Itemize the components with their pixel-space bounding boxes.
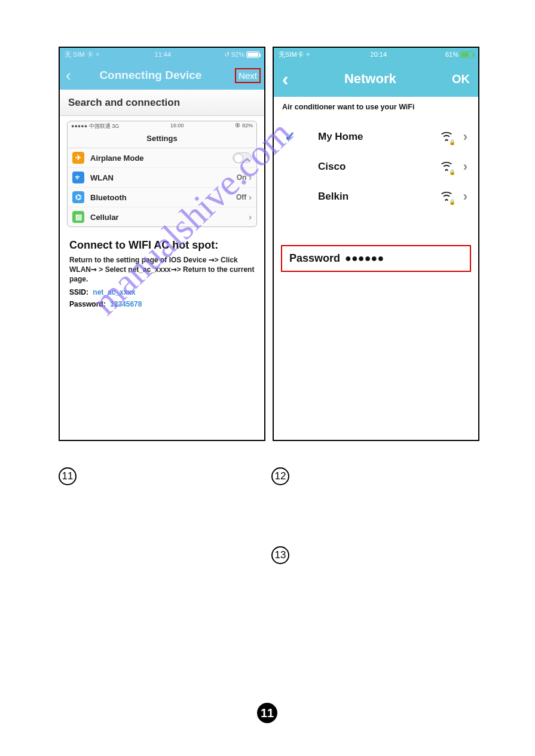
page-number: 11 bbox=[257, 703, 277, 723]
airplane-icon: ✈ bbox=[72, 152, 84, 164]
hotspot-heading: Connect to WIFI AC hot spot: bbox=[69, 239, 255, 252]
status-carrier: 无 SIM 卡 ᯤ bbox=[65, 50, 102, 59]
password-line: Password: 12345678 bbox=[69, 300, 255, 308]
nav-bar: ‹ Network OK bbox=[274, 61, 478, 97]
wifi-lock-icon: 🔒 bbox=[441, 190, 453, 203]
chevron-right-icon: › bbox=[249, 192, 252, 202]
inner-status-bar: ●●●●● 中国联通 3G 16:00 ⦿ 82% bbox=[68, 121, 256, 131]
subtitle: Air conditioner want to use your WiFi bbox=[274, 97, 478, 122]
check-icon: ✓ bbox=[285, 129, 302, 145]
status-battery: ↺ 92% bbox=[224, 51, 259, 59]
wifi-row-myhome[interactable]: ✓ My Home 🔒 › bbox=[274, 122, 478, 152]
status-battery: 61% bbox=[445, 51, 473, 59]
next-button[interactable]: Next bbox=[235, 68, 261, 83]
status-carrier: 无SIM卡 ᯤ bbox=[279, 50, 312, 59]
ios-settings-preview: ●●●●● 中国联通 3G 16:00 ⦿ 82% Settings ✈ Air… bbox=[67, 121, 257, 227]
step-label-12: 12 bbox=[271, 467, 289, 485]
settings-row-airplane[interactable]: ✈ Airplane Mode bbox=[68, 148, 256, 168]
nav-bar: ‹ Connecting Device Next bbox=[60, 61, 264, 90]
wifi-row-belkin[interactable]: Belkin 🔒 › bbox=[274, 182, 478, 212]
password-input[interactable]: Password ●●●●●● bbox=[281, 245, 471, 272]
chevron-right-icon: › bbox=[463, 129, 467, 145]
wifi-row-cisco[interactable]: Cisco 🔒 › bbox=[274, 152, 478, 182]
settings-row-bluetooth[interactable]: ⌬ Bluetooth Off› bbox=[68, 188, 256, 207]
nav-title: Connecting Device bbox=[66, 69, 235, 82]
instructions-block: Connect to WIFI AC hot spot: Return to t… bbox=[60, 227, 264, 314]
ssid-line: SSID: net_ac_xxxx bbox=[69, 288, 255, 296]
wifi-lock-icon: 🔒 bbox=[441, 130, 453, 143]
status-bar: 无SIM卡 ᯤ 20:14 61% bbox=[274, 48, 478, 61]
settings-row-cellular[interactable]: ▤ Cellular › bbox=[68, 207, 256, 227]
airplane-switch[interactable] bbox=[233, 152, 252, 163]
password-label: Password bbox=[289, 252, 340, 265]
back-icon[interactable]: ‹ bbox=[282, 68, 289, 90]
status-time: 11:44 bbox=[155, 51, 172, 58]
status-bar: 无 SIM 卡 ᯤ 11:44 ↺ 92% bbox=[60, 48, 264, 61]
phone-right: 无SIM卡 ᯤ 20:14 61% ‹ Network OK Air condi… bbox=[273, 47, 479, 441]
chevron-right-icon: › bbox=[463, 189, 467, 204]
chevron-right-icon: › bbox=[249, 212, 252, 222]
inner-settings-title: Settings bbox=[68, 131, 256, 148]
status-time: 20:14 bbox=[371, 51, 387, 58]
bluetooth-icon: ⌬ bbox=[72, 191, 84, 203]
cellular-icon: ▤ bbox=[72, 211, 84, 223]
ok-button[interactable]: OK bbox=[452, 72, 470, 86]
step-label-13: 13 bbox=[271, 546, 289, 564]
search-connection-heading: Search and connection bbox=[60, 90, 264, 116]
settings-row-wlan[interactable]: ᯤ WLAN On› bbox=[68, 168, 256, 188]
wifi-icon: ᯤ bbox=[72, 172, 84, 183]
hotspot-text: Return to the setting page of IOS Device… bbox=[69, 255, 255, 284]
phone-left: 无 SIM 卡 ᯤ 11:44 ↺ 92% ‹ Connecting Devic… bbox=[59, 47, 265, 441]
nav-title: Network bbox=[289, 71, 452, 87]
chevron-right-icon: › bbox=[463, 159, 467, 175]
wifi-lock-icon: 🔒 bbox=[441, 160, 453, 173]
step-label-11: 11 bbox=[59, 467, 77, 485]
chevron-right-icon: › bbox=[249, 173, 252, 182]
password-dots: ●●●●●● bbox=[345, 252, 384, 265]
